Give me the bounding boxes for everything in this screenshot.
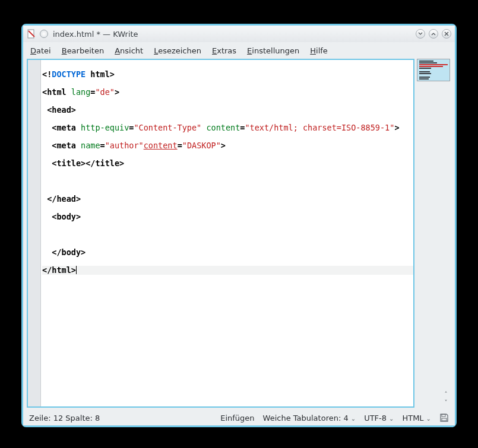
status-insert-mode[interactable]: Einfügen <box>220 414 254 422</box>
fold-gutter[interactable] <box>28 60 41 406</box>
titlebar: index.html * — KWrite <box>23 26 455 42</box>
minimize-button[interactable] <box>416 29 425 39</box>
text-cursor <box>76 266 77 274</box>
menu-hilfe[interactable]: Hilfe <box>310 46 328 55</box>
app-icon <box>27 29 36 39</box>
window-title: index.html * — KWrite <box>52 30 412 39</box>
vertical-scrollbar[interactable]: ˄ ˅ <box>442 391 450 406</box>
status-encoding[interactable]: UTF-8⌄ <box>364 414 394 422</box>
workarea: <!DOCTYPE html> <html lang="de"> <head> … <box>23 59 455 410</box>
svg-rect-2 <box>442 418 447 421</box>
status-cursor-position[interactable]: Zeile: 12 Spalte: 8 <box>29 414 100 422</box>
scroll-up-icon[interactable]: ˄ <box>442 391 450 398</box>
chevron-down-icon: ⌄ <box>387 415 394 422</box>
status-tab-mode[interactable]: Weiche Tabulatoren: 4⌄ <box>263 414 356 422</box>
maximize-button[interactable] <box>429 29 438 39</box>
save-icon[interactable] <box>439 413 449 422</box>
menu-extras[interactable]: Extras <box>212 46 236 55</box>
menu-einstellungen[interactable]: Einstellungen <box>247 46 299 55</box>
app-window: index.html * — KWrite Datei Bearbeiten A… <box>21 24 457 427</box>
statusbar: Zeile: 12 Spalte: 8 Einfügen Weiche Tabu… <box>23 410 455 425</box>
editor[interactable]: <!DOCTYPE html> <html lang="de"> <head> … <box>27 59 414 408</box>
menu-bearbeiten[interactable]: Bearbeiten <box>62 46 104 55</box>
chevron-down-icon: ⌄ <box>349 415 356 422</box>
scroll-down-icon[interactable]: ˅ <box>442 399 450 406</box>
close-button[interactable] <box>442 29 451 39</box>
menu-lesezeichen[interactable]: Lesezeichen <box>154 46 201 55</box>
minimap[interactable] <box>417 59 450 81</box>
code-area[interactable]: <!DOCTYPE html> <html lang="de"> <head> … <box>41 60 413 406</box>
document-icon <box>40 30 48 38</box>
menu-datei[interactable]: Datei <box>30 46 51 55</box>
status-highlight-mode[interactable]: HTML⌄ <box>402 414 431 422</box>
menu-ansicht[interactable]: Ansicht <box>115 46 143 55</box>
chevron-down-icon: ⌄ <box>424 415 431 422</box>
side-panel: ˄ ˅ <box>417 59 451 408</box>
menubar: Datei Bearbeiten Ansicht Lesezeichen Ext… <box>23 42 455 59</box>
